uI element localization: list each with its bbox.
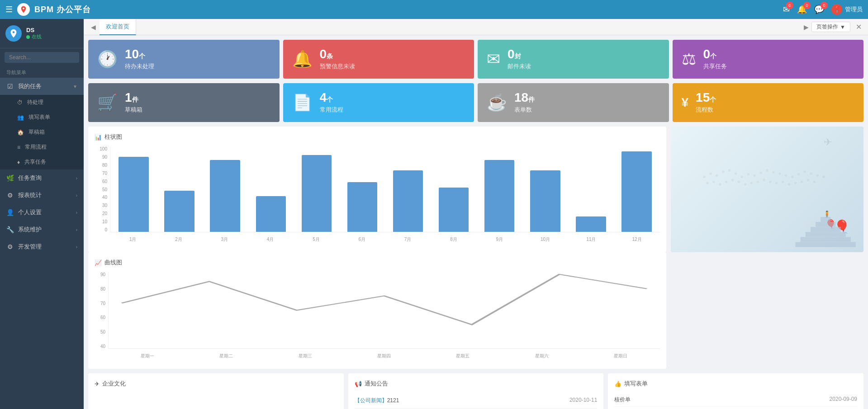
logo-icon xyxy=(17,3,30,16)
shared-number: 0个 xyxy=(703,48,727,61)
line-chart-x-label: 星期六 xyxy=(502,350,581,362)
stat-card-email[interactable]: ✉ 0封 邮件未读 xyxy=(478,40,669,79)
nav-label: 导航菜单 xyxy=(0,66,84,78)
bar-chart-container: 0102030405060708090100 1月2月3月4月5月6月7月8月9… xyxy=(95,146,660,246)
line-chart-svg-area xyxy=(108,272,660,349)
svg-point-24 xyxy=(731,179,734,181)
clock-icon: 🕐 xyxy=(97,50,118,69)
user-menu[interactable]: 📍 管理员 xyxy=(831,4,863,15)
svg-rect-42 xyxy=(811,227,841,232)
chat-button[interactable]: 💬 0 xyxy=(814,5,824,14)
hero-image-panel: ✈ 🎈 🎈 xyxy=(671,127,863,252)
stat-card-pending[interactable]: 🕐 10个 待办未处理 xyxy=(88,40,280,79)
sidebar-item-task-query[interactable]: 🌿 任务查询 › xyxy=(0,169,84,187)
tab-ops-chevron-icon: ▼ xyxy=(840,24,845,30)
svg-rect-44 xyxy=(821,217,831,222)
list-item[interactable]: 采购单2020-09-09 xyxy=(614,407,857,409)
sidebar-sub-my-tasks: ⏱ 待处理 👥 填写表单 🏠 草稿箱 ≡ 常用流程 ♦ 共享任务 xyxy=(0,95,84,169)
expand-tabs-button[interactable]: ▶ xyxy=(804,24,809,31)
fill-form-icon: 👥 xyxy=(17,114,24,121)
alert-bell-icon: 🔔 xyxy=(292,50,313,69)
menu-icon[interactable]: ☰ xyxy=(5,5,13,14)
tab-welcome[interactable]: 欢迎首页 xyxy=(100,19,136,35)
list-item[interactable]: 核价单2020-09-09 xyxy=(614,393,857,407)
processes-number: 15个 xyxy=(696,91,716,104)
sidebar-item-shared-tasks[interactable]: ♦ 共享任务 xyxy=(0,155,84,169)
chart-bar xyxy=(621,151,652,232)
svg-rect-40 xyxy=(801,237,851,242)
alerts-number: 0条 xyxy=(320,48,355,61)
line-chart-y-labels: 405060708090 xyxy=(95,272,105,349)
bell-button[interactable]: 🔔 0 xyxy=(797,5,807,14)
chart-x-label: 4月 xyxy=(247,236,293,243)
chevron-down-icon: ▼ xyxy=(73,84,77,89)
line-chart-panel: 📈 曲线图 405060708090 星期一星期二星期三星期四星期五星期六星期日 xyxy=(88,252,666,369)
sys-maintenance-icon: 🔧 xyxy=(6,226,14,233)
sidebar-item-personal-settings[interactable]: 👤 个人设置 › xyxy=(0,204,84,221)
forms-label: 表单数 xyxy=(514,106,535,114)
chart-x-label: 5月 xyxy=(293,236,339,243)
charts-row: 📊 柱状图 0102030405060708090100 1月2月3月4月5月6… xyxy=(88,127,863,252)
sidebar-search xyxy=(0,48,84,66)
list-item[interactable]: 【公司新闻】21212020-10-11 xyxy=(355,393,598,409)
sidebar-item-common-flow[interactable]: ≡ 常用流程 xyxy=(0,140,84,155)
stat-cards-row1: 🕐 10个 待办未处理 🔔 0条 预警信息未读 ✉ xyxy=(88,40,863,79)
tab-ops-button[interactable]: 页签操作 ▼ xyxy=(811,22,850,32)
chart-bar xyxy=(530,170,560,232)
sidebar-item-fill-form[interactable]: 👥 填写表单 xyxy=(0,110,84,125)
document-icon: 📄 xyxy=(292,93,313,112)
sidebar-item-dev-management[interactable]: ⚙ 开发管理 › xyxy=(0,238,84,255)
svg-point-17 xyxy=(810,172,813,175)
svg-rect-43 xyxy=(816,222,835,227)
svg-point-3 xyxy=(722,170,725,173)
tab-close-button[interactable]: ✕ xyxy=(853,23,864,31)
line-chart-x-label: 星期五 xyxy=(423,350,502,362)
user-info: DS 在线 xyxy=(26,27,42,40)
shared-label: 共享任务 xyxy=(703,62,727,71)
chart-x-label: 7月 xyxy=(385,236,431,243)
chart-bar-group xyxy=(432,146,475,232)
svg-point-5 xyxy=(735,172,737,175)
chat-badge: 0 xyxy=(821,2,828,9)
collapse-sidebar-button[interactable]: ◀ xyxy=(87,24,100,31)
chart-bar-group xyxy=(295,146,338,232)
chart-x-label: 1月 xyxy=(110,236,156,243)
sidebar-item-drafts[interactable]: 🏠 草稿箱 xyxy=(0,125,84,140)
stat-card-common-flow[interactable]: 📄 4个 常用流程 xyxy=(283,83,474,122)
gavel-icon: ⚖ xyxy=(682,50,696,69)
svg-point-20 xyxy=(706,182,709,184)
notice-panel: 📢 通知公告 【公司新闻】21212020-10-11 xyxy=(348,373,604,409)
culture-panel-title: ✈ 企业文化 xyxy=(95,380,337,388)
stat-card-draft[interactable]: 🛒 1件 草稿箱 xyxy=(88,83,280,122)
status-dot xyxy=(26,35,30,39)
search-input[interactable] xyxy=(5,52,79,63)
sidebar-user: DS 在线 xyxy=(0,19,84,48)
stat-card-alerts[interactable]: 🔔 0条 预警信息未读 xyxy=(283,40,474,79)
chart-bar xyxy=(210,160,240,232)
dev-management-icon: ⚙ xyxy=(6,243,14,250)
email-number: 0封 xyxy=(508,48,531,61)
sidebar-item-sys-maintenance[interactable]: 🔧 系统维护 › xyxy=(0,221,84,238)
sidebar-item-pending[interactable]: ⏱ 待处理 xyxy=(0,95,84,110)
svg-point-23 xyxy=(725,181,728,183)
chevron-right-icon: › xyxy=(76,176,77,181)
line-chart-icon: 📈 xyxy=(95,259,102,266)
stat-card-shared[interactable]: ⚖ 0个 共享任务 xyxy=(673,40,864,79)
tab-label: 欢迎首页 xyxy=(106,23,129,31)
chart-x-label: 12月 xyxy=(614,236,660,243)
tab-bar-right: ▶ 页签操作 ▼ ✕ xyxy=(804,22,864,32)
chart-bar-group xyxy=(204,146,247,232)
sidebar-item-my-tasks[interactable]: ☑ 我的任务 ▼ xyxy=(0,78,84,95)
stat-card-forms[interactable]: ☕ 18件 表单数 xyxy=(478,83,669,122)
chart-x-label: 3月 xyxy=(202,236,247,243)
alerts-label: 预警信息未读 xyxy=(320,62,355,71)
coffee-icon: ☕ xyxy=(487,93,507,112)
sidebar-item-report-stats[interactable]: ⚙ 报表统计 › xyxy=(0,187,84,204)
form-fill-panel-title: 👍 填写表单 xyxy=(614,380,857,388)
stat-card-processes[interactable]: ¥ 15个 流程数 xyxy=(673,83,864,122)
mail-button[interactable]: ✉ 0 xyxy=(783,5,790,14)
chart-bars-area xyxy=(110,146,660,232)
mail-badge: 0 xyxy=(786,2,793,9)
user-location-icon: 📍 xyxy=(831,4,842,15)
line-chart-x-label: 星期一 xyxy=(108,350,187,362)
